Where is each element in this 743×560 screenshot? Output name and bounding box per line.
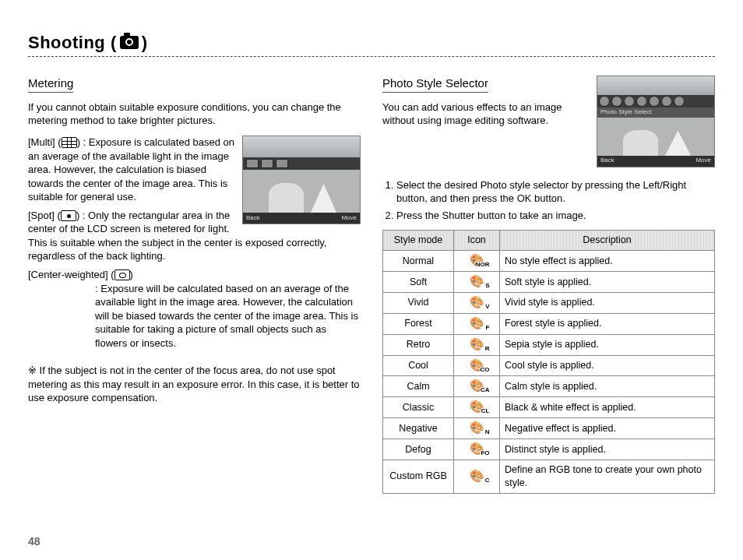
cell-mode: Negative: [383, 418, 454, 439]
step-item: Select the desired Photo style selector …: [396, 178, 715, 206]
palette-icon: 🎨V: [470, 296, 484, 308]
palette-icon: 🎨R: [470, 338, 484, 350]
th-mode: Style mode: [383, 231, 454, 251]
multi-icon: [62, 137, 77, 148]
cell-icon: 🎨N: [454, 418, 500, 439]
cell-mode: Cool: [383, 355, 454, 376]
thumb-style-row: [597, 95, 714, 107]
cell-mode: Forest: [383, 313, 454, 334]
thumb-footer: Back Move: [243, 213, 360, 224]
chapter-title-text: Shooting (: [28, 31, 117, 55]
chapter-rule: [28, 56, 715, 57]
thumb-back-label: Back: [600, 157, 614, 165]
table-row: Custom RGB🎨CDefine an RGB tone to create…: [383, 460, 715, 493]
table-row: Defog🎨FODistinct style is applied.: [383, 439, 715, 460]
palette-icon: 🎨C: [470, 470, 484, 481]
palette-icon: 🎨CL: [470, 400, 484, 412]
thumb-sky: [243, 136, 360, 157]
cell-icon: 🎨S: [454, 272, 500, 293]
style-dot-icon: [674, 96, 685, 107]
palette-icon: 🎨NOR: [470, 254, 484, 266]
thumb-move-label: Move: [695, 157, 711, 165]
cell-icon: 🎨R: [454, 334, 500, 355]
table-row: Forest🎨FForest style is applied.: [383, 313, 715, 334]
cell-desc: No style effect is applied.: [500, 251, 715, 272]
thumb-cw-icon: [276, 159, 288, 168]
table-row: Soft🎨SSoft style is applied.: [383, 272, 715, 293]
palette-icon-sub: S: [485, 283, 489, 289]
thumb-back-label: Back: [246, 214, 260, 223]
cell-desc: Sepia style is applied.: [500, 334, 715, 355]
cell-mode: Calm: [383, 376, 454, 397]
cell-desc: Black & white effect is applied.: [500, 397, 715, 418]
thumb-figure: [269, 183, 304, 213]
center-weighted-icon: [114, 269, 130, 280]
section-heading-pss: Photo Style Selector: [382, 76, 488, 93]
thumb-sky: [597, 76, 714, 95]
column-left: Metering If you cannot obtain suitable e…: [28, 76, 361, 494]
cell-desc: Cool style is applied.: [500, 355, 715, 376]
spot-icon: [61, 210, 76, 221]
palette-icon: 🎨CA: [470, 379, 484, 391]
metering-note: ※ If the subject is not in the center of…: [28, 364, 361, 405]
term-label: [Multi] () :: [28, 136, 89, 148]
th-icon: Icon: [454, 231, 500, 251]
cell-desc: Distinct style is applied.: [500, 439, 715, 460]
palette-icon-sub: CA: [481, 387, 490, 393]
pss-thumbnail: Photo Style Select Back Move: [597, 76, 715, 167]
term-desc: : Exposure will be calculated based on a…: [95, 282, 361, 350]
cell-mode: Vivid: [383, 292, 454, 313]
cell-icon: 🎨CA: [454, 376, 500, 397]
style-dot-icon: [661, 96, 672, 107]
thumb-move-label: Move: [341, 214, 357, 223]
term-label: [Center-weighted] (): [28, 269, 133, 280]
table-row: Retro🎨RSepia style is applied.: [383, 334, 715, 355]
palette-icon: 🎨S: [470, 275, 484, 287]
thumb-body: [243, 170, 360, 213]
cell-desc: Define an RGB tone to create your own ph…: [500, 460, 715, 493]
cell-icon: 🎨FO: [454, 439, 500, 460]
style-dot-icon: [611, 96, 622, 107]
thumb-figure: [311, 184, 336, 213]
cell-mode: Soft: [383, 272, 454, 293]
style-table: Style mode Icon Description Normal🎨NORNo…: [382, 230, 715, 493]
cell-desc: Calm style is applied.: [500, 376, 715, 397]
palette-icon-sub: C: [485, 477, 490, 484]
thumb-multi-icon: [246, 159, 259, 168]
metering-thumbnail: Back Move: [242, 136, 361, 224]
cell-desc: Soft style is applied.: [500, 272, 715, 293]
table-row: Calm🎨CACalm style is applied.: [383, 376, 715, 397]
table-row: Cool🎨COCool style is applied.: [383, 355, 715, 376]
chapter-title: Shooting ( ): [28, 31, 715, 55]
columns: Metering If you cannot obtain suitable e…: [28, 76, 715, 494]
thumb-footer: Back Move: [597, 156, 714, 167]
palette-icon: 🎨N: [470, 421, 484, 433]
cell-desc: Vivid style is applied.: [500, 292, 715, 313]
table-row: Vivid🎨VVivid style is applied.: [383, 292, 715, 313]
thumb-figure: [623, 130, 658, 156]
thumb-icon-bar: [243, 157, 360, 170]
table-row: Normal🎨NORNo style effect is applied.: [383, 251, 715, 272]
th-desc: Description: [500, 231, 715, 251]
cell-icon: 🎨CO: [454, 355, 500, 376]
thumb-style-label: Photo Style Select: [597, 107, 714, 118]
palette-icon-sub: CL: [481, 408, 490, 414]
palette-icon-sub: N: [485, 429, 490, 435]
palette-icon: 🎨FO: [470, 442, 484, 454]
table-header-row: Style mode Icon Description: [383, 231, 715, 251]
page-number: 48: [28, 534, 40, 549]
cell-desc: Forest style is applied.: [500, 313, 715, 334]
palette-icon-sub: R: [485, 346, 490, 352]
table-row: Negative🎨NNegative effect is applied.: [383, 418, 715, 439]
palette-icon-sub: V: [485, 304, 489, 310]
camera-icon: [120, 36, 139, 49]
cell-desc: Negative effect is applied.: [500, 418, 715, 439]
metering-item-center-weighted: [Center-weighted] () : Exposure will be …: [28, 268, 361, 350]
palette-icon-sub: NOR: [476, 262, 490, 268]
cell-mode: Defog: [383, 439, 454, 460]
cell-icon: 🎨NOR: [454, 251, 500, 272]
thumb-figure: [665, 131, 691, 156]
column-right: Photo Style Selector Photo Style Select …: [382, 76, 715, 494]
chapter-title-suffix: ): [142, 31, 148, 55]
manual-page: Shooting ( ) Metering If you cannot obta…: [0, 0, 743, 560]
